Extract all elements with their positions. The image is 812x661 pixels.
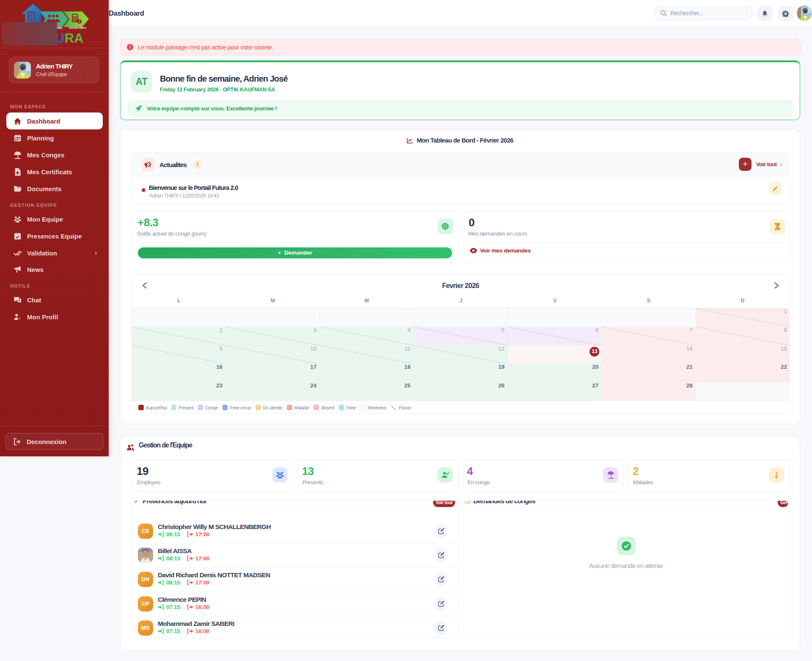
svg-text:GESTION COMPTA: GESTION COMPTA: [69, 27, 86, 29]
